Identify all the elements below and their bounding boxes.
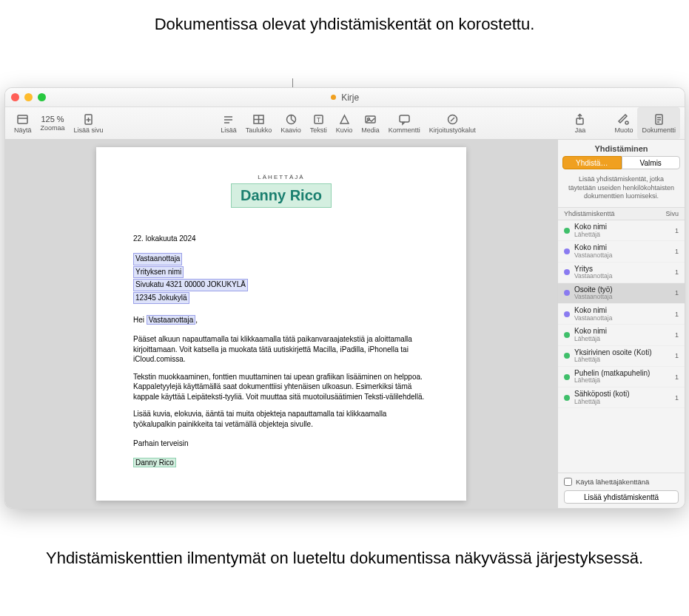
postal-field[interactable]: 12345 Jokukylä xyxy=(133,292,189,305)
merge-field-row[interactable]: Koko nimiVastaanottaja1 xyxy=(558,304,685,325)
shape-button[interactable]: Kuvio xyxy=(332,107,357,139)
field-color-dot xyxy=(564,311,570,317)
add-merge-field-button[interactable]: Lisää yhdistämiskenttä xyxy=(564,490,679,504)
field-subtitle: Lähettäjä xyxy=(574,336,675,343)
format-button[interactable]: Muoto xyxy=(610,107,637,139)
panel-footer: Käytä lähettäjäkenttänä Lisää yhdistämis… xyxy=(558,473,685,508)
field-color-dot xyxy=(564,290,570,296)
signature-field[interactable]: Danny Rico xyxy=(133,458,176,467)
share-icon xyxy=(574,113,586,126)
view-label: Näytä xyxy=(14,127,32,134)
signoff-text: Parhain terveisin xyxy=(133,439,429,447)
chart-label: Kaavio xyxy=(280,127,301,134)
callout-top: Dokumentissa olevat yhdistämiskentät on … xyxy=(0,13,689,35)
comment-label: Kommentti xyxy=(389,127,420,134)
media-button[interactable]: Media xyxy=(357,107,384,139)
panel-help-text: Lisää yhdistämiskentät, jotka täytetään … xyxy=(558,174,685,208)
text-label: Teksti xyxy=(310,127,327,134)
document-button[interactable]: Dokumentti xyxy=(637,107,680,139)
add-page-button[interactable]: Lisää sivu xyxy=(70,107,108,139)
document-icon xyxy=(653,113,665,126)
use-as-sender-checkbox[interactable]: Käytä lähettäjäkenttänä xyxy=(564,478,679,486)
merge-field-row[interactable]: Osoite (työ)Vastaanottaja1 xyxy=(558,283,685,304)
field-info: Puhelin (matkapuhelin)Lähettäjä xyxy=(574,369,675,385)
field-info: Koko nimiLähettäjä xyxy=(574,327,675,342)
field-name: Sähköposti (koti) xyxy=(574,390,675,399)
merge-field-row[interactable]: Koko nimiLähettäjä1 xyxy=(558,325,685,345)
table-label: Taulukko xyxy=(246,127,272,134)
sender-name-field[interactable]: Danny Rico xyxy=(231,183,332,208)
body-paragraph-2[interactable]: Tekstin muokkaaminen, fonttien muuttamin… xyxy=(133,372,429,402)
field-subtitle: Vastaanottaja xyxy=(574,294,675,301)
svg-text:T: T xyxy=(317,116,321,123)
merge-field-row[interactable]: Puhelin (matkapuhelin)Lähettäjä1 xyxy=(558,367,685,387)
svg-point-23 xyxy=(625,121,628,124)
merge-field-row[interactable]: Sähköposti (koti)Lähettäjä1 xyxy=(558,387,685,408)
shape-label: Kuvio xyxy=(336,127,353,134)
field-page: 1 xyxy=(675,394,679,402)
view-icon xyxy=(16,113,29,126)
col-page-label: Sivu xyxy=(665,210,679,217)
merge-field-row[interactable]: Yksirivinen osoite (Koti)Lähettäjä1 xyxy=(558,346,685,367)
field-list-header: Yhdistämiskenttä Sivu xyxy=(558,208,685,220)
share-label: Jaa xyxy=(575,127,586,134)
comment-button[interactable]: Kommentti xyxy=(384,107,425,139)
field-color-dot xyxy=(564,228,570,234)
street-field[interactable]: Sivukatu 4321 00000 JOKUKYLÄ xyxy=(133,279,248,291)
media-label: Media xyxy=(361,127,380,134)
format-label: Muoto xyxy=(614,127,633,134)
table-button[interactable]: Taulukko xyxy=(241,107,277,139)
merge-sidebar: Yhdistäminen Yhdistä… Valmis Lisää yhdis… xyxy=(557,140,685,508)
greeting-prefix: Hei xyxy=(133,316,147,324)
field-page: 1 xyxy=(675,289,679,297)
field-page: 1 xyxy=(675,268,679,276)
use-as-sender-label: Käytä lähettäjäkenttänä xyxy=(576,478,649,486)
date-text: 22. lokakuuta 2024 xyxy=(133,234,429,243)
writing-tools-label: Kirjoitustyökalut xyxy=(429,127,476,134)
use-as-sender-input[interactable] xyxy=(564,478,572,486)
field-page: 1 xyxy=(675,248,679,255)
merge-field-list[interactable]: Koko nimiLähettäjä1Koko nimiVastaanottaj… xyxy=(558,220,685,473)
format-icon xyxy=(617,113,630,126)
field-color-dot xyxy=(564,374,570,380)
add-page-label: Lisää sivu xyxy=(74,127,104,134)
greeting-line: Hei Vastaanottaja, xyxy=(133,315,429,325)
merge-button[interactable]: Yhdistä… xyxy=(562,156,622,169)
insert-button[interactable]: Lisää xyxy=(216,107,241,139)
svg-marker-16 xyxy=(340,115,349,123)
merge-field-row[interactable]: YritysVastaanottaja1 xyxy=(558,263,685,283)
field-subtitle: Vastaanottaja xyxy=(574,273,675,280)
share-button[interactable]: Jaa xyxy=(569,107,591,139)
done-button[interactable]: Valmis xyxy=(622,156,681,169)
company-field[interactable]: Yrityksen nimi xyxy=(133,266,184,279)
panel-segment: Yhdistä… Valmis xyxy=(558,156,685,174)
field-subtitle: Vastaanottaja xyxy=(574,315,675,322)
panel-title: Yhdistäminen xyxy=(558,140,685,156)
toolbar: Näytä 125 % Zoomaa Lisää sivu Lisää Taul… xyxy=(5,107,685,140)
field-page: 1 xyxy=(675,373,679,381)
view-button[interactable]: Näytä xyxy=(10,107,36,139)
recipient-name-field[interactable]: Vastaanottaja xyxy=(133,253,182,265)
svg-rect-0 xyxy=(18,115,27,123)
merge-field-row[interactable]: Koko nimiLähettäjä1 xyxy=(558,220,685,241)
merge-field-row[interactable]: Koko nimiVastaanottaja1 xyxy=(558,241,685,262)
text-button[interactable]: T Teksti xyxy=(306,107,332,139)
document-area[interactable]: LÄHETTÄJÄ Danny Rico 22. lokakuuta 2024 … xyxy=(5,140,557,508)
document-page[interactable]: LÄHETTÄJÄ Danny Rico 22. lokakuuta 2024 … xyxy=(96,147,466,501)
chart-button[interactable]: Kaavio xyxy=(276,107,306,139)
field-subtitle: Lähettäjä xyxy=(574,377,675,385)
field-info: Osoite (työ)Vastaanottaja xyxy=(574,285,675,301)
greeting-recipient-field[interactable]: Vastaanottaja xyxy=(147,315,195,325)
add-page-icon xyxy=(82,113,95,126)
field-info: YritysVastaanottaja xyxy=(574,265,675,280)
col-field-label: Yhdistämiskenttä xyxy=(564,210,615,217)
field-color-dot xyxy=(564,269,570,275)
writing-tools-button[interactable]: Kirjoitustyökalut xyxy=(425,107,480,139)
field-subtitle: Lähettäjä xyxy=(574,231,675,239)
zoom-button[interactable]: 125 % Zoomaa xyxy=(36,107,70,139)
body-paragraph-3[interactable]: Lisää kuvia, elokuvia, ääntä tai muita o… xyxy=(133,409,429,429)
zoom-label: Zoomaa xyxy=(41,125,65,132)
zoom-value: 125 % xyxy=(41,115,64,123)
body-paragraph-1[interactable]: Pääset alkuun napauttamalla tai klikkaam… xyxy=(133,334,429,365)
field-page: 1 xyxy=(675,331,679,339)
